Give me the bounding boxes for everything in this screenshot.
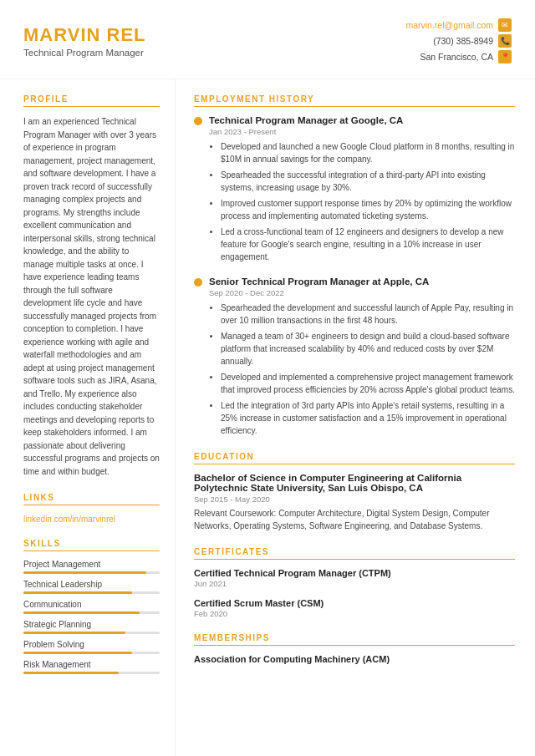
skill-name: Technical Leadership <box>23 580 160 589</box>
memberships-list: Association for Computing Machinery (ACM… <box>194 654 515 664</box>
skill-name: Strategic Planning <box>23 620 160 629</box>
job-bullet: Managed a team of 30+ engineers to desig… <box>221 330 515 368</box>
certificates-section: CERTIFICATES Certified Technical Program… <box>194 547 515 618</box>
edu-date: Sep 2015 - May 2020 <box>194 495 515 504</box>
job-title: Technical Program Manager at Google, CA <box>209 115 403 125</box>
memberships-section: MEMBERSHIPS Association for Computing Ma… <box>194 633 515 664</box>
job-bullet: Developed and launched a new Google Clou… <box>221 140 515 165</box>
skill-item: Strategic Planning <box>23 620 160 634</box>
skills-section: SKILLS Project Management Technical Lead… <box>23 539 160 674</box>
skill-bar-fill <box>23 652 132 654</box>
location-icon: 📍 <box>498 50 512 63</box>
certs-list: Certified Technical Program Manager (CTP… <box>194 568 515 618</box>
skill-bar-fill <box>23 672 119 674</box>
skill-name: Communication <box>23 600 160 609</box>
skill-name: Risk Management <box>23 660 160 669</box>
skill-item: Problem Solving <box>23 640 160 654</box>
cert-date: Feb 2020 <box>194 609 515 618</box>
email-link[interactable]: marvin.rel@gmail.com <box>405 20 493 30</box>
job-bullet: Developed and implemented a comprehensiv… <box>221 371 515 396</box>
skill-name: Problem Solving <box>23 640 160 649</box>
employment-section: EMPLOYMENT HISTORY Technical Program Man… <box>194 94 515 437</box>
employment-title: EMPLOYMENT HISTORY <box>194 94 515 107</box>
skills-list: Project Management Technical Leadership … <box>23 560 160 674</box>
job-dot <box>194 278 202 287</box>
cert-item: Certified Scrum Master (CSM) Feb 2020 <box>194 598 515 618</box>
left-column: PROFILE I am an experienced Technical Pr… <box>0 79 176 756</box>
candidate-title: Technical Program Manager <box>23 48 146 58</box>
link-item: linkedin.com/in/marvinrel <box>23 514 160 524</box>
job-dot <box>194 117 202 125</box>
job-header: Technical Program Manager at Google, CA <box>194 115 515 125</box>
edu-item: Bachelor of Science in Computer Engineer… <box>194 473 515 532</box>
cert-item: Certified Technical Program Manager (CTP… <box>194 568 515 588</box>
job-bullets: Developed and launched a new Google Clou… <box>212 140 515 263</box>
job-item: Technical Program Manager at Google, CA … <box>194 115 515 263</box>
skill-bar-bg <box>23 652 160 654</box>
education-title: EDUCATION <box>194 452 515 464</box>
links-title: LINKS <box>23 493 160 505</box>
cert-title: Certified Scrum Master (CSM) <box>194 598 515 608</box>
jobs-list: Technical Program Manager at Google, CA … <box>194 115 515 437</box>
job-item: Senior Technical Program Manager at Appl… <box>194 277 515 437</box>
email-row: marvin.rel@gmail.com ✉ <box>405 18 512 32</box>
job-title: Senior Technical Program Manager at Appl… <box>209 277 429 287</box>
job-date: Jan 2023 - Present <box>209 127 515 136</box>
profile-section: PROFILE I am an experienced Technical Pr… <box>23 94 160 478</box>
education-section: EDUCATION Bachelor of Science in Compute… <box>194 452 515 532</box>
phone-icon: 📞 <box>498 34 512 48</box>
body: PROFILE I am an experienced Technical Pr… <box>0 79 535 756</box>
job-date: Sep 2020 - Dec 2022 <box>209 288 515 297</box>
header: MARVIN REL Technical Program Manager mar… <box>0 0 535 79</box>
job-bullet: Improved customer support response times… <box>221 197 515 222</box>
cert-date: Jun 2021 <box>194 579 515 588</box>
job-header: Senior Technical Program Manager at Appl… <box>194 277 515 287</box>
skill-bar-fill <box>23 571 146 574</box>
job-bullets: Spearheaded the development and successf… <box>212 302 515 437</box>
phone-text: (730) 385-8949 <box>433 36 493 46</box>
skill-name: Project Management <box>23 560 160 569</box>
skill-item: Technical Leadership <box>23 580 160 594</box>
skill-item: Project Management <box>23 560 160 574</box>
memberships-title: MEMBERSHIPS <box>194 633 515 646</box>
edu-title: Bachelor of Science in Computer Engineer… <box>194 473 515 493</box>
skill-bar-bg <box>23 672 160 674</box>
skill-bar-fill <box>23 591 132 594</box>
header-right: marvin.rel@gmail.com ✉ (730) 385-8949 📞 … <box>405 18 512 63</box>
membership-item: Association for Computing Machinery (ACM… <box>194 654 515 664</box>
skill-item: Risk Management <box>23 660 160 674</box>
job-bullet: Led a cross-functional team of 12 engine… <box>221 226 515 263</box>
edu-list: Bachelor of Science in Computer Engineer… <box>194 473 515 532</box>
skill-bar-bg <box>23 632 160 634</box>
resume: MARVIN REL Technical Program Manager mar… <box>0 0 535 756</box>
profile-text: I am an experienced Technical Program Ma… <box>23 115 160 478</box>
skill-bar-fill <box>23 632 125 634</box>
job-bullet: Led the integration of 3rd party APIs in… <box>221 399 515 437</box>
job-bullet: Spearheaded the development and successf… <box>221 302 515 327</box>
linkedin-link[interactable]: linkedin.com/in/marvinrel <box>23 515 115 524</box>
edu-text: Relevant Coursework: Computer Architectu… <box>194 507 515 532</box>
skill-bar-bg <box>23 611 160 614</box>
profile-title: PROFILE <box>23 94 160 107</box>
phone-row: (730) 385-8949 📞 <box>433 34 512 48</box>
skills-title: SKILLS <box>23 539 160 551</box>
skill-item: Communication <box>23 600 160 614</box>
right-column: EMPLOYMENT HISTORY Technical Program Man… <box>176 79 535 756</box>
skill-bar-fill <box>23 611 140 614</box>
job-bullet: Spearheaded the successful integration o… <box>221 169 515 194</box>
skill-bar-bg <box>23 591 160 594</box>
email-icon: ✉ <box>498 18 512 32</box>
links-section: LINKS linkedin.com/in/marvinrel <box>23 493 160 524</box>
header-left: MARVIN REL Technical Program Manager <box>23 24 146 58</box>
cert-title: Certified Technical Program Manager (CTP… <box>194 568 515 578</box>
location-row: San Francisco, CA 📍 <box>420 50 512 63</box>
candidate-name: MARVIN REL <box>23 24 146 46</box>
skill-bar-bg <box>23 571 160 574</box>
location-text: San Francisco, CA <box>420 52 493 62</box>
certificates-title: CERTIFICATES <box>194 547 515 560</box>
